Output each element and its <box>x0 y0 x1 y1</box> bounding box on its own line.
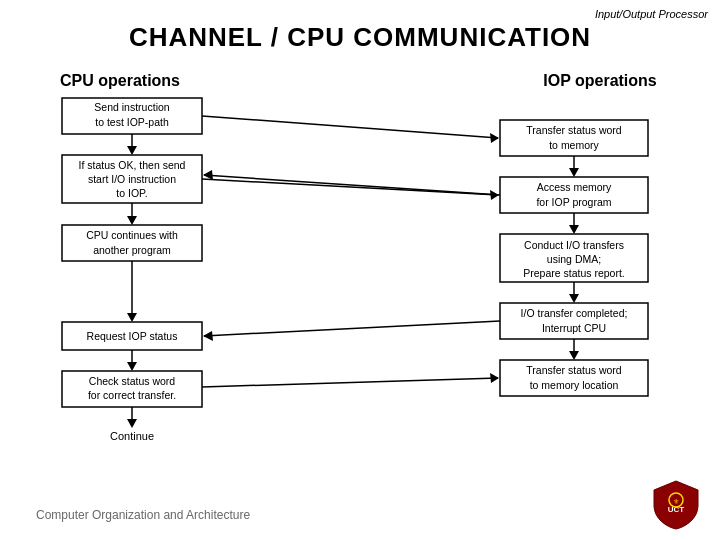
svg-text:If status OK, then send: If status OK, then send <box>79 159 186 171</box>
svg-rect-5 <box>62 155 202 203</box>
svg-text:to memory: to memory <box>549 139 599 151</box>
svg-line-50 <box>202 116 498 138</box>
svg-rect-20 <box>62 371 202 407</box>
footer-org-label: Computer Organization and Architecture <box>36 507 250 524</box>
svg-marker-55 <box>490 190 499 200</box>
svg-line-54 <box>202 179 498 195</box>
svg-rect-0 <box>62 98 202 134</box>
svg-rect-16 <box>62 322 202 350</box>
svg-marker-46 <box>569 351 579 360</box>
svg-marker-41 <box>569 294 579 303</box>
svg-text:Check status word: Check status word <box>89 375 176 387</box>
svg-marker-24 <box>127 419 137 428</box>
svg-marker-59 <box>490 373 499 383</box>
svg-marker-57 <box>203 331 213 341</box>
svg-text:Send instruction: Send instruction <box>94 101 169 113</box>
svg-marker-10 <box>127 216 137 225</box>
svg-text:Request IOP status: Request IOP status <box>87 330 178 342</box>
svg-rect-26 <box>500 120 648 156</box>
svg-rect-11 <box>62 225 202 261</box>
svg-text:to test IOP-path: to test IOP-path <box>95 116 169 128</box>
svg-marker-19 <box>127 362 137 371</box>
cpu-col-header: CPU operations <box>60 72 180 90</box>
svg-text:for correct transfer.: for correct transfer. <box>88 389 176 401</box>
svg-marker-30 <box>569 168 579 177</box>
svg-text:using DMA;: using DMA; <box>547 253 601 265</box>
iop-col-header: IOP operations <box>520 72 680 90</box>
svg-rect-47 <box>500 360 648 396</box>
svg-text:Transfer status word: Transfer status word <box>526 364 621 376</box>
svg-rect-42 <box>500 303 648 339</box>
svg-marker-35 <box>569 225 579 234</box>
svg-marker-51 <box>490 133 499 143</box>
svg-text:Interrupt CPU: Interrupt CPU <box>542 322 606 334</box>
top-label: Input/Output Processor <box>595 8 708 20</box>
svg-text:for IOP program: for IOP program <box>536 196 611 208</box>
svg-marker-4 <box>127 146 137 155</box>
svg-text:I/O transfer completed;: I/O transfer completed; <box>521 307 628 319</box>
svg-text:another program: another program <box>93 244 171 256</box>
svg-line-52 <box>204 175 500 195</box>
svg-text:Conduct I/O transfers: Conduct I/O transfers <box>524 239 624 251</box>
svg-text:CPU continues with: CPU continues with <box>86 229 178 241</box>
svg-text:Continue: Continue <box>110 430 154 442</box>
svg-text:Transfer status word: Transfer status word <box>526 124 621 136</box>
main-title: CHANNEL / CPU COMMUNICATION <box>0 22 720 53</box>
svg-line-56 <box>204 321 500 336</box>
svg-text:to IOP.: to IOP. <box>116 187 147 199</box>
svg-text:Prepare status report.: Prepare status report. <box>523 267 625 279</box>
svg-text:start I/O instruction: start I/O instruction <box>88 173 176 185</box>
svg-text:Access memory: Access memory <box>537 181 612 193</box>
svg-text:to memory location: to memory location <box>530 379 619 391</box>
svg-rect-31 <box>500 177 648 213</box>
svg-marker-15 <box>127 313 137 322</box>
svg-text:⚜: ⚜ <box>673 498 679 505</box>
svg-marker-53 <box>203 170 213 180</box>
shield-logo: UCT ⚜ <box>650 478 702 530</box>
svg-line-58 <box>202 378 498 387</box>
svg-rect-36 <box>500 234 648 282</box>
